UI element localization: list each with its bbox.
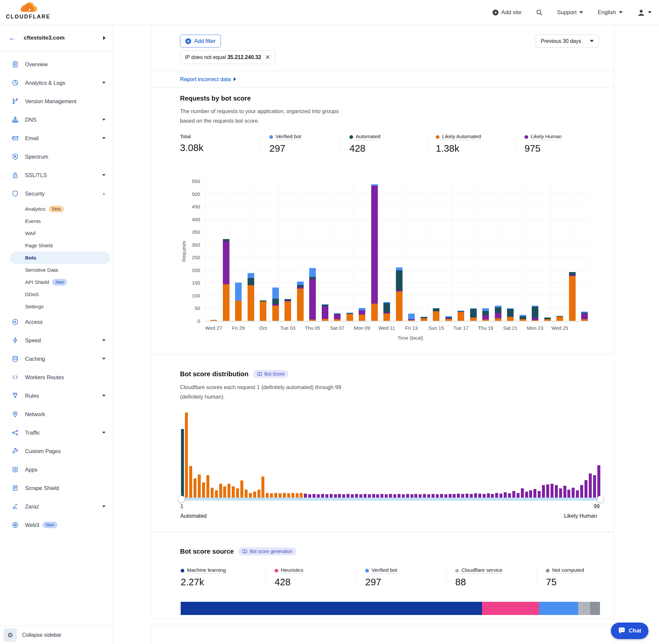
- source-stat-label[interactable]: Machine learning: [187, 567, 226, 574]
- sidebar-item-analytics-logs[interactable]: Analytics & Logs: [0, 73, 113, 92]
- histogram-bar[interactable]: [597, 465, 600, 498]
- stacked-bar[interactable]: [408, 314, 415, 321]
- histogram-bar[interactable]: [253, 492, 256, 498]
- account-menu[interactable]: [637, 8, 652, 17]
- stacked-bar[interactable]: [223, 239, 230, 321]
- histogram-bar[interactable]: [585, 480, 587, 498]
- stacked-bar[interactable]: [482, 308, 489, 321]
- histogram-bar[interactable]: [198, 475, 201, 498]
- histogram-bar[interactable]: [223, 486, 226, 498]
- source-stacked-bar[interactable]: [181, 602, 600, 615]
- search-button[interactable]: [536, 9, 543, 16]
- source-stat-label[interactable]: Not computed: [552, 567, 584, 574]
- site-switcher[interactable]: ← cftestsite3.com: [0, 25, 113, 51]
- stacked-bar[interactable]: [433, 308, 440, 321]
- sidebar-item-scrape-shield[interactable]: Scrape Shield: [0, 479, 113, 497]
- score-slider-track[interactable]: [180, 498, 601, 501]
- language-menu[interactable]: English: [598, 9, 623, 16]
- stacked-bar[interactable]: [520, 315, 526, 321]
- stacked-bar[interactable]: [396, 268, 402, 321]
- histogram-bar[interactable]: [529, 490, 532, 498]
- stat-label[interactable]: Automated: [356, 134, 380, 140]
- histogram-bar[interactable]: [576, 490, 579, 498]
- add-filter-button[interactable]: + Add filter: [180, 34, 221, 47]
- histogram-bar[interactable]: [215, 490, 218, 498]
- collapse-sidebar-button[interactable]: ⚙ Collapse sidebar: [0, 625, 113, 644]
- histogram-bar[interactable]: [261, 477, 264, 498]
- histogram-bar[interactable]: [521, 488, 524, 498]
- slider-handle-min[interactable]: [178, 496, 185, 503]
- stacked-bar[interactable]: [371, 184, 378, 321]
- bot-score-generation-badge[interactable]: Bot score generation: [238, 547, 296, 555]
- histogram-bar[interactable]: [593, 475, 596, 498]
- sidebar-item-email[interactable]: Email: [0, 129, 113, 147]
- sidebar-subitem-sensitive-data[interactable]: Sensitive Data: [0, 264, 113, 276]
- histogram-bar[interactable]: [206, 475, 209, 498]
- cloudflare-logo[interactable]: CLOUDFLARE: [6, 2, 50, 20]
- histogram-bar[interactable]: [572, 488, 574, 498]
- slider-handle-max[interactable]: [597, 496, 604, 503]
- support-menu[interactable]: Support: [557, 9, 584, 16]
- stacked-bar[interactable]: [210, 320, 217, 321]
- stacked-bar[interactable]: [532, 306, 538, 321]
- stacked-bar[interactable]: [260, 300, 266, 321]
- remove-filter-icon[interactable]: ✕: [265, 53, 270, 61]
- histogram-bar[interactable]: [563, 486, 566, 498]
- sidebar-item-access[interactable]: Access: [0, 313, 113, 331]
- histogram-bar[interactable]: [228, 484, 231, 498]
- sidebar-subitem-page-shield[interactable]: Page Shield: [0, 239, 113, 252]
- back-arrow-icon[interactable]: ←: [8, 33, 16, 42]
- stacked-bar[interactable]: [383, 302, 390, 321]
- stacked-bar[interactable]: [297, 282, 304, 321]
- stacked-bar[interactable]: [284, 299, 291, 321]
- sidebar-item-overview[interactable]: Overview: [0, 55, 113, 73]
- histogram-bar[interactable]: [189, 466, 192, 498]
- source-stat-label[interactable]: Verified bot: [372, 567, 397, 574]
- histogram-bar[interactable]: [236, 488, 239, 498]
- stacked-bar[interactable]: [309, 268, 316, 321]
- sidebar-item-traffic[interactable]: Traffic: [0, 423, 113, 442]
- sidebar-item-security[interactable]: Security: [0, 184, 113, 203]
- sidebar-item-zaraz[interactable]: Zaraz: [0, 497, 113, 516]
- histogram-bar[interactable]: [589, 474, 592, 498]
- histogram-bar[interactable]: [185, 413, 188, 498]
- histogram-bar[interactable]: [534, 489, 536, 498]
- histogram-bar[interactable]: [546, 484, 549, 498]
- stacked-bar[interactable]: [581, 312, 588, 321]
- histogram-bar[interactable]: [181, 429, 184, 498]
- date-range-select[interactable]: Previous 30 days: [536, 34, 599, 47]
- sidebar-item-speed[interactable]: Speed: [0, 331, 113, 349]
- source-stat-label[interactable]: Cloudflare service: [462, 567, 502, 574]
- sidebar-item-caching[interactable]: Caching: [0, 349, 113, 368]
- bot-score-histogram[interactable]: [180, 412, 601, 498]
- stacked-bar[interactable]: [557, 316, 563, 321]
- stacked-bar[interactable]: [248, 273, 254, 321]
- histogram-bar[interactable]: [219, 484, 222, 498]
- stat-label[interactable]: Likely Automated: [442, 134, 481, 140]
- sidebar-item-network[interactable]: Network: [0, 405, 113, 423]
- stacked-bar[interactable]: [347, 313, 353, 321]
- histogram-bar[interactable]: [542, 485, 545, 498]
- histogram-bar[interactable]: [202, 482, 205, 498]
- histogram-bar[interactable]: [559, 488, 562, 498]
- sidebar-subitem-settings[interactable]: Settings: [0, 300, 113, 313]
- sidebar-subitem-waf[interactable]: WAF: [0, 227, 113, 239]
- histogram-bar[interactable]: [555, 485, 558, 498]
- histogram-bar[interactable]: [580, 485, 583, 498]
- sidebar-subitem-api-shield[interactable]: API ShieldNew: [0, 276, 113, 288]
- sidebar-item-web3[interactable]: Web3New: [0, 516, 113, 534]
- stacked-bar[interactable]: [235, 282, 242, 321]
- sidebar-subitem-bots[interactable]: Bots: [10, 252, 110, 264]
- histogram-bar[interactable]: [567, 490, 570, 498]
- sidebar-item-ssl-tls[interactable]: SSL/TLS: [0, 166, 113, 184]
- histogram-bar[interactable]: [525, 492, 528, 498]
- sidebar-item-dns[interactable]: DNS: [0, 111, 113, 129]
- sidebar-subitem-ddos[interactable]: DDoS: [0, 288, 113, 300]
- histogram-bar[interactable]: [244, 490, 248, 498]
- source-stat-label[interactable]: Heuristics: [281, 567, 303, 574]
- sidebar-item-spectrum[interactable]: Spectrum: [0, 147, 113, 166]
- stat-label[interactable]: Verified bot: [276, 134, 301, 140]
- histogram-bar[interactable]: [232, 486, 235, 498]
- bot-score-badge[interactable]: Bot Score: [253, 370, 288, 378]
- stacked-bar[interactable]: [322, 304, 328, 321]
